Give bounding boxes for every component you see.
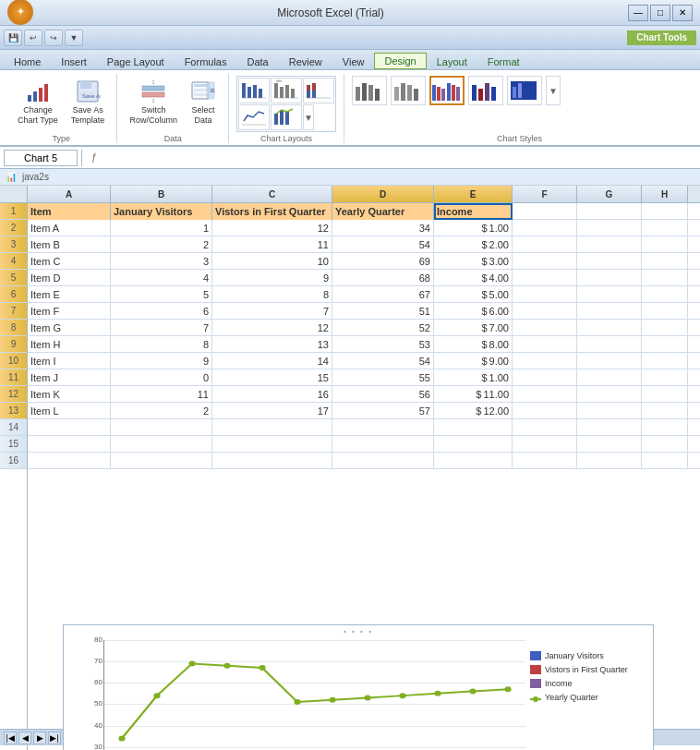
cell-r5-c0[interactable]: Item D — [28, 270, 111, 286]
col-header-b[interactable]: B — [111, 186, 212, 202]
cell-r4-c2[interactable]: 10 — [212, 253, 332, 270]
cell-r2-c6[interactable] — [577, 220, 642, 236]
cell-r15-c2[interactable] — [212, 436, 332, 453]
cell-r7-c7[interactable] — [642, 303, 688, 320]
cell-r13-c6[interactable] — [577, 403, 642, 419]
cell-r9-c2[interactable]: 13 — [212, 336, 332, 353]
cell-r13-c0[interactable]: Item L — [28, 403, 111, 419]
cell-r7-c6[interactable] — [577, 303, 642, 320]
cell-r15-c7[interactable] — [642, 436, 688, 453]
chart-style-2[interactable] — [391, 76, 426, 105]
office-button[interactable]: ✦ — [7, 0, 33, 25]
row-num-3[interactable]: 3 — [0, 236, 27, 253]
cell-r8-c2[interactable]: 12 — [212, 320, 332, 336]
cell-r7-c1[interactable]: 6 — [111, 303, 212, 320]
cell-r3-c5[interactable] — [513, 236, 577, 253]
col-header-h[interactable]: H — [642, 186, 688, 202]
cell-r11-c6[interactable] — [577, 369, 642, 386]
cell-r3-c1[interactable]: 2 — [111, 236, 212, 253]
row-num-5[interactable]: 5 — [0, 270, 27, 286]
cell-r4-c4[interactable]: $3.00 — [434, 253, 513, 270]
cell-r12-c7[interactable] — [642, 386, 688, 403]
undo-quick-btn[interactable]: ↩ — [24, 30, 42, 46]
cell-r5-c1[interactable]: 4 — [111, 270, 212, 286]
cell-r14-c5[interactable] — [513, 419, 577, 436]
select-data-button[interactable]: ≡ SelectData — [186, 76, 221, 128]
cell-r2-c1[interactable]: 1 — [111, 220, 212, 236]
cell-r11-c7[interactable] — [642, 369, 688, 386]
row-num-14[interactable]: 14 — [0, 419, 27, 436]
cell-r6-c0[interactable]: Item E — [28, 286, 111, 303]
dropdown-quick-btn[interactable]: ▼ — [65, 30, 83, 46]
cell-r10-c5[interactable] — [513, 353, 577, 369]
close-button[interactable]: ✕ — [672, 5, 693, 21]
tab-format[interactable]: Format — [477, 54, 530, 69]
cell-r11-c0[interactable]: Item J — [28, 369, 111, 386]
cell-r15-c1[interactable] — [111, 436, 212, 453]
cell-r6-c3[interactable]: 67 — [332, 286, 434, 303]
cell-r5-c3[interactable]: 68 — [332, 270, 434, 286]
cell-r14-c6[interactable] — [577, 419, 642, 436]
row-num-16[interactable]: 16 — [0, 453, 27, 469]
tab-page-layout[interactable]: Page Layout — [97, 54, 175, 69]
cell-r9-c7[interactable] — [642, 336, 688, 353]
cell-r14-c3[interactable] — [332, 419, 434, 436]
cell-r10-c0[interactable]: Item I — [28, 353, 111, 369]
cell-r14-c2[interactable] — [212, 419, 332, 436]
tab-home[interactable]: Home — [4, 54, 51, 69]
sheet-nav-last[interactable]: ▶| — [48, 732, 61, 744]
cell-r3-c4[interactable]: $2.00 — [434, 236, 513, 253]
cell-r10-c1[interactable]: 9 — [111, 353, 212, 369]
cell-r1-c5[interactable] — [513, 203, 577, 220]
chart-style-5[interactable] — [507, 76, 542, 105]
cell-r16-c4[interactable] — [434, 453, 513, 469]
cell-r16-c0[interactable] — [28, 453, 111, 469]
cell-r6-c7[interactable] — [642, 286, 688, 303]
cell-r13-c2[interactable]: 17 — [212, 403, 332, 419]
cell-r4-c5[interactable] — [513, 253, 577, 270]
cell-r13-c4[interactable]: $12.00 — [434, 403, 513, 419]
cell-r8-c5[interactable] — [513, 320, 577, 336]
cell-r8-c1[interactable]: 7 — [111, 320, 212, 336]
cell-r1-c2[interactable]: Vistors in First Quarter — [212, 203, 332, 220]
cell-r7-c5[interactable] — [513, 303, 577, 320]
row-num-11[interactable]: 11 — [0, 369, 27, 386]
cell-r13-c5[interactable] — [513, 403, 577, 419]
cell-r4-c3[interactable]: 69 — [332, 253, 434, 270]
change-chart-type-button[interactable]: ChangeChart Type — [13, 76, 63, 128]
cell-r14-c1[interactable] — [111, 419, 212, 436]
col-header-f[interactable]: F — [513, 186, 577, 202]
tab-data[interactable]: Data — [236, 54, 278, 69]
chart-resize-handle-top[interactable]: • • • • — [344, 627, 373, 635]
layout-5[interactable] — [271, 104, 302, 130]
cell-r2-c5[interactable] — [513, 220, 577, 236]
cell-r8-c3[interactable]: 52 — [332, 320, 434, 336]
cell-r9-c4[interactable]: $8.00 — [434, 336, 513, 353]
cell-r7-c0[interactable]: Item F — [28, 303, 111, 320]
chart-style-1[interactable] — [352, 76, 387, 105]
cell-r4-c0[interactable]: Item C — [28, 253, 111, 270]
layout-1[interactable] — [238, 78, 270, 103]
cell-r10-c3[interactable]: 54 — [332, 353, 434, 369]
cell-r13-c3[interactable]: 57 — [332, 403, 434, 419]
cell-r6-c2[interactable]: 8 — [212, 286, 332, 303]
sheet-nav-prev[interactable]: ◀ — [18, 732, 31, 744]
row-num-15[interactable]: 15 — [0, 436, 27, 453]
cell-r11-c4[interactable]: $1.00 — [434, 369, 513, 386]
cell-r8-c4[interactable]: $7.00 — [434, 320, 513, 336]
cell-r16-c2[interactable] — [212, 453, 332, 469]
layout-4[interactable] — [238, 104, 270, 130]
cell-r6-c6[interactable] — [577, 286, 642, 303]
col-header-e[interactable]: E — [434, 186, 513, 202]
cell-r2-c0[interactable]: Item A — [28, 220, 111, 236]
cell-r1-c7[interactable] — [642, 203, 688, 220]
cell-r5-c4[interactable]: $4.00 — [434, 270, 513, 286]
cell-r3-c3[interactable]: 54 — [332, 236, 434, 253]
cell-r1-c0[interactable]: Item — [28, 203, 111, 220]
cell-r10-c7[interactable] — [642, 353, 688, 369]
formula-input[interactable] — [106, 150, 696, 166]
cell-r8-c7[interactable] — [642, 320, 688, 336]
cell-r2-c2[interactable]: 12 — [212, 220, 332, 236]
layout-2[interactable]: title — [271, 78, 302, 103]
col-header-a[interactable]: A — [28, 186, 111, 202]
